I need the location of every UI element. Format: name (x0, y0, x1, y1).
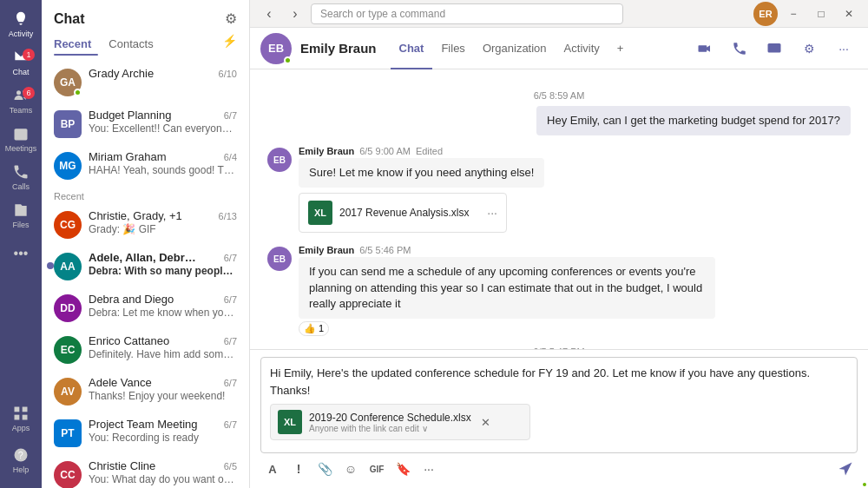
sidebar-item-help[interactable]: ? Help (3, 443, 38, 478)
more-actions-button[interactable]: ··· (830, 35, 858, 63)
file-more-button[interactable]: ··· (487, 206, 497, 220)
emoji-button[interactable]: ☺ (339, 457, 363, 481)
attachment-file-icon: XL (278, 410, 302, 434)
sidebar: Activity Chat 1 Teams 6 Meetings Calls F… (0, 0, 42, 488)
chat-header-tabs: Chat Files Organization Activity + (391, 28, 633, 69)
list-item[interactable]: EC Enrico Cattaneo6/7 Definitely. Have h… (42, 328, 249, 370)
topbar-left: ‹ › Search or type a command (257, 3, 623, 24)
chat-info: Adele, Allan, Debra, +36/7 Debra: With s… (89, 251, 237, 277)
avatar: BP (54, 110, 82, 138)
chat-list-tabs: Recent Contacts ⚡ (42, 34, 249, 56)
chat-list-filter[interactable]: ⚡ (222, 34, 237, 56)
chat-header-actions: ⚙ ··· (691, 35, 858, 63)
maximize-button[interactable]: □ (809, 3, 833, 24)
sidebar-item-files[interactable]: Files (3, 198, 38, 233)
topbar-nav: ‹ › (257, 3, 307, 24)
chat-name: Grady Archie (89, 67, 154, 80)
online-status-dot (284, 56, 292, 64)
chat-date: 6/7 (224, 294, 237, 305)
topbar-right: ER − □ ✕ (753, 2, 861, 26)
sidebar-item-activity[interactable]: Activity (3, 7, 38, 42)
list-item[interactable]: CC Christie Cline6/5 You: What day do yo… (42, 453, 249, 488)
chat-name: Miriam Graham (89, 150, 167, 163)
svg-rect-3 (15, 407, 20, 412)
sidebar-item-meetings[interactable]: Meetings (3, 122, 38, 156)
chat-date: 6/13 (219, 211, 237, 221)
tab-files[interactable]: Files (432, 28, 473, 69)
sticker-button[interactable]: 🔖 (391, 457, 415, 481)
message-input-box[interactable]: Hi Emily, Here's the updated conference … (260, 357, 858, 453)
tab-contacts[interactable]: Contacts (108, 34, 160, 56)
message-meta: Emily Braun 6/5 9:00 AM Edited (299, 146, 544, 156)
chat-date: 6/7 (224, 336, 237, 346)
chat-date: 6/7 (224, 378, 237, 388)
audio-call-button[interactable] (726, 35, 753, 63)
tab-chat[interactable]: Chat (391, 28, 433, 69)
attachment-file-name: 2019-20 Conference Schedule.xlsx (309, 412, 471, 424)
list-item[interactable]: PT Project Team Meeting6/7 You: Recordin… (42, 412, 249, 453)
chat-preview: Grady: 🎉 GIF (89, 223, 237, 235)
chat-badge: 1 (23, 49, 35, 61)
minimize-button[interactable]: − (781, 3, 806, 24)
important-button[interactable]: ! (286, 457, 311, 481)
list-item[interactable]: CG Christie, Grady, +16/13 Grady: 🎉 GIF (42, 203, 249, 245)
file-attachment[interactable]: XL 2017 Revenue Analysis.xlsx ··· (299, 193, 507, 233)
svg-text:?: ? (18, 450, 23, 460)
sidebar-item-teams[interactable]: Teams 6 (3, 83, 38, 118)
sidebar-item-chat[interactable]: Chat 1 (3, 45, 38, 80)
sidebar-label-activity: Activity (9, 30, 34, 38)
tab-organization[interactable]: Organization (474, 28, 556, 69)
chat-info: Debra and Diego6/7 Debra: Let me know wh… (89, 293, 237, 319)
tab-activity[interactable]: Activity (556, 28, 608, 69)
forward-button[interactable]: › (283, 3, 307, 24)
chat-date: 6/7 (224, 253, 237, 263)
chat-preview: You: Excellent!! Can everyone put their … (89, 122, 237, 135)
message-sender: Emily Braun (299, 245, 354, 255)
chat-date: 6/5 (224, 461, 237, 472)
share-screen-button[interactable] (760, 35, 788, 63)
chat-preview: Thanks! Enjoy your weekend! (89, 390, 237, 402)
video-call-button[interactable] (691, 35, 719, 63)
tab-recent[interactable]: Recent (54, 34, 98, 56)
sidebar-label-meetings: Meetings (5, 144, 37, 153)
chat-header-avatar: EB (260, 33, 292, 64)
list-item[interactable]: GA Grady Archie6/10 (42, 61, 249, 102)
chat-info: Enrico Cattaneo6/7 Definitely. Have him … (89, 334, 237, 360)
tab-add[interactable]: + (608, 28, 633, 69)
message-sender: Emily Braun (299, 146, 354, 156)
avatar: EC (54, 336, 82, 364)
giphy-button[interactable]: GIF (365, 457, 389, 481)
attachment-file-sub: Anyone with the link can edit ∨ (309, 424, 471, 433)
settings-button[interactable]: ⚙ (795, 35, 823, 63)
search-bar[interactable]: Search or type a command (311, 3, 623, 24)
sidebar-item-apps[interactable]: Apps (3, 401, 38, 436)
chat-filter-icon[interactable]: ⚙ (225, 10, 237, 27)
list-item[interactable]: AV Adele Vance6/7 Thanks! Enjoy your wee… (42, 370, 249, 412)
close-button[interactable]: ✕ (837, 3, 861, 24)
chat-info: Miriam Graham6/4 HAHA! Yeah, sounds good… (89, 150, 237, 176)
list-item[interactable]: DD Debra and Diego6/7 Debra: Let me know… (42, 287, 249, 328)
list-item[interactable]: MG Miriam Graham6/4 HAHA! Yeah, sounds g… (42, 144, 249, 186)
chat-info: Christie, Grady, +16/13 Grady: 🎉 GIF (89, 209, 237, 235)
sidebar-item-calls[interactable]: Calls (3, 160, 38, 195)
attachment-close-button[interactable]: ✕ (478, 414, 494, 430)
chat-preview: Debra: Let me know when you guys would l… (89, 307, 237, 319)
user-avatar-top[interactable]: ER (753, 2, 778, 26)
back-button[interactable]: ‹ (257, 3, 281, 24)
chat-info: Grady Archie6/10 (89, 67, 237, 81)
send-button[interactable] (833, 457, 858, 481)
sidebar-item-more[interactable]: ••• (3, 236, 38, 271)
message-edited: Edited (416, 146, 443, 156)
avatar: MG (54, 152, 82, 180)
chat-date: 6/10 (219, 69, 237, 79)
list-item[interactable]: BP Budget Planning6/7 You: Excellent!! C… (42, 102, 249, 144)
topbar: ‹ › Search or type a command ER − □ ✕ (250, 0, 868, 28)
attach-button[interactable]: 📎 (312, 457, 337, 481)
format-button[interactable]: A (260, 457, 285, 481)
chat-date: 6/4 (224, 152, 237, 162)
list-item[interactable]: AA Adele, Allan, Debra, +36/7 Debra: Wit… (42, 245, 249, 287)
chat-main: ‹ › Search or type a command ER − □ ✕ EB… (250, 0, 868, 488)
chat-preview: HAHA! Yeah, sounds good! Thanks so much! (89, 164, 237, 176)
chat-date: 6/7 (224, 110, 237, 121)
more-toolbar-button[interactable]: ··· (417, 457, 441, 481)
